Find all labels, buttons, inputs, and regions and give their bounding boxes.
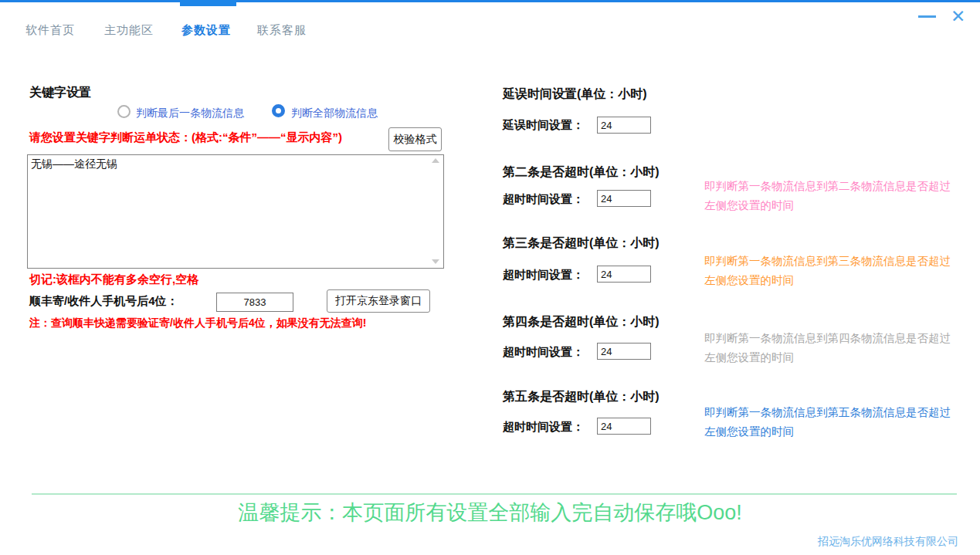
minimize-icon[interactable] bbox=[918, 15, 936, 18]
timeout2-label: 超时时间设置： bbox=[503, 192, 584, 207]
radio-last-logistics[interactable] bbox=[117, 105, 131, 118]
timeout3-input[interactable] bbox=[597, 266, 651, 283]
keywords-textarea[interactable]: 无锡——途径无锡 bbox=[27, 154, 444, 269]
company-name: 招远淘乐优网络科技有限公司 bbox=[818, 535, 958, 549]
radio-last-logistics-label[interactable]: 判断最后一条物流信息 bbox=[136, 107, 244, 120]
tab-main-function[interactable]: 主功能区 bbox=[104, 23, 154, 38]
timeout2-note: 即判断第一条物流信息到第二条物流信息是否超过左侧您设置的时间 bbox=[704, 177, 959, 215]
timeout5-note: 即判断第一条物流信息到第五条物流信息是否超过左侧您设置的时间 bbox=[704, 403, 959, 442]
validate-format-button[interactable]: 校验格式 bbox=[388, 127, 442, 151]
radio-all-logistics[interactable] bbox=[272, 104, 285, 117]
active-tab-indicator bbox=[180, 0, 236, 6]
timeout4-input[interactable] bbox=[597, 343, 651, 360]
auto-save-tip: 温馨提示：本页面所有设置全部输入完自动保存哦Ooo! bbox=[0, 499, 980, 526]
textarea-warning: 切记:该框内不能有多余空行,空格 bbox=[29, 272, 198, 287]
timeout2-input[interactable] bbox=[597, 190, 651, 207]
delay-time-heading: 延误时间设置(单位：小时) bbox=[503, 86, 647, 103]
textarea-scroll-up-icon[interactable] bbox=[432, 158, 439, 163]
tab-software-home[interactable]: 软件首页 bbox=[25, 23, 75, 38]
tab-parameter-settings[interactable]: 参数设置 bbox=[181, 23, 231, 38]
phone-digits-label: 顺丰寄/收件人手机号后4位： bbox=[29, 294, 178, 309]
timeout3-heading: 第三条是否超时(单位：小时) bbox=[503, 235, 660, 252]
timeout5-input[interactable] bbox=[597, 418, 651, 435]
footer-divider bbox=[32, 493, 957, 495]
delay-time-input[interactable] bbox=[597, 117, 651, 134]
timeout5-heading: 第五条是否超时(单位：小时) bbox=[503, 389, 660, 405]
timeout3-label: 超时时间设置： bbox=[503, 268, 584, 283]
timeout4-note: 即判断第一条物流信息到第四条物流信息是否超过左侧您设置的时间 bbox=[704, 329, 959, 367]
keyword-settings-title: 关键字设置 bbox=[29, 85, 91, 101]
timeout4-heading: 第四条是否超时(单位：小时) bbox=[503, 314, 660, 330]
timeout4-label: 超时时间设置： bbox=[503, 345, 584, 360]
timeout2-heading: 第二条是否超时(单位：小时) bbox=[503, 164, 660, 181]
tab-contact-support[interactable]: 联系客服 bbox=[257, 23, 307, 38]
phone-note: 注：查询顺丰快递需要验证寄/收件人手机号后4位，如果没有无法查询! bbox=[29, 316, 366, 330]
textarea-scroll-down-icon[interactable] bbox=[432, 259, 439, 264]
delay-time-label: 延误时间设置： bbox=[503, 118, 584, 133]
timeout3-note: 即判断第一条物流信息到第三条物流信息是否超过左侧您设置的时间 bbox=[704, 252, 959, 290]
titlebar-accent-line bbox=[0, 0, 980, 2]
timeout5-label: 超时时间设置： bbox=[503, 420, 584, 435]
keyword-format-hint: 请您设置关键字判断运单状态：(格式:“条件”——“显示内容”) bbox=[29, 130, 342, 145]
open-jd-login-button[interactable]: 打开京东登录窗口 bbox=[327, 289, 430, 313]
radio-all-logistics-label[interactable]: 判断全部物流信息 bbox=[291, 107, 378, 120]
phone-digits-input[interactable] bbox=[216, 293, 293, 312]
close-icon[interactable]: ✕ bbox=[951, 6, 965, 27]
